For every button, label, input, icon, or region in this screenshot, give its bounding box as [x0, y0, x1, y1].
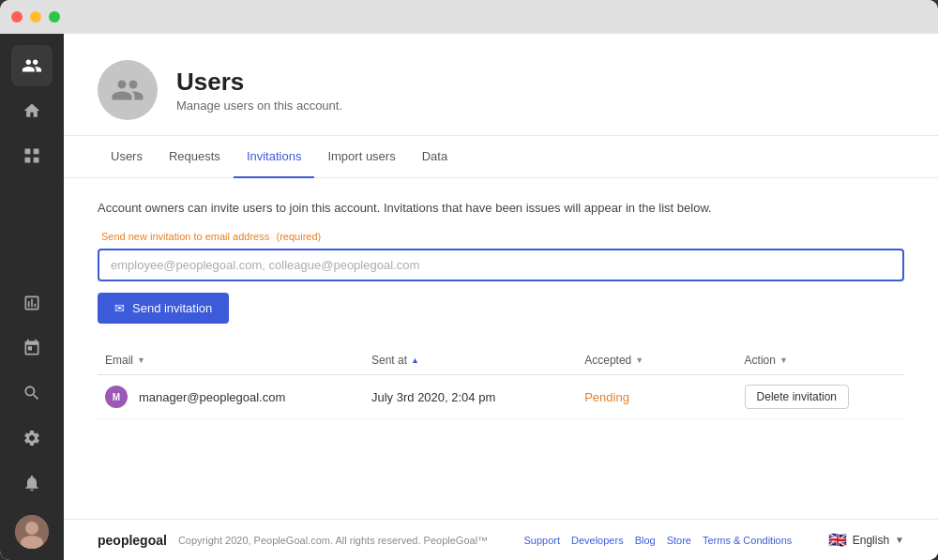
footer-link-terms[interactable]: Terms & Conditions [703, 535, 792, 546]
col-header-accepted[interactable]: Accepted ▼ [584, 354, 744, 367]
page-header: Users Manage users on this account. [64, 34, 938, 136]
footer-language[interactable]: 🇬🇧 English ▼ [828, 531, 904, 549]
sidebar-item-home[interactable] [11, 90, 53, 131]
footer-brand: peoplegoal [98, 533, 167, 548]
col-header-sent[interactable]: Sent at ▲ [371, 354, 584, 367]
col-header-email[interactable]: Email ▼ [98, 354, 371, 367]
footer: peoplegoal Copyright 2020, PeopleGoal.co… [64, 519, 938, 560]
action-sort-icon: ▼ [779, 356, 788, 365]
chevron-down-icon: ▼ [895, 535, 904, 545]
language-label: English [853, 534, 889, 547]
table-row: M manager@peoplegoal.com July 3rd 2020, … [98, 375, 904, 419]
tab-users[interactable]: Users [98, 136, 156, 178]
tab-invitations[interactable]: Invitations [234, 136, 315, 178]
row-avatar: M [105, 386, 128, 408]
tabs-container: Users Requests Invitations Import users … [64, 136, 938, 178]
envelope-icon: ✉ [114, 301, 125, 315]
content-area: Account owners can invite users to join … [64, 178, 938, 519]
sidebar-item-bell[interactable] [11, 462, 53, 504]
email-input[interactable] [98, 249, 904, 281]
row-email: manager@peoplegoal.com [139, 390, 285, 404]
app-window: Users Manage users on this account. User… [0, 0, 938, 560]
row-action-cell: Delete invitation [745, 385, 904, 409]
invitations-table: Email ▼ Sent at ▲ Accepted ▼ Action [98, 346, 904, 419]
tab-data[interactable]: Data [409, 136, 461, 178]
sidebar-item-chart[interactable] [11, 282, 53, 324]
sidebar-item-users[interactable] [11, 45, 53, 86]
accepted-sort-icon: ▼ [635, 356, 643, 365]
footer-link-store[interactable]: Store [667, 535, 691, 546]
status-badge: Pending [584, 390, 629, 404]
send-invitation-button[interactable]: ✉ Send invitation [98, 293, 229, 324]
row-sent-cell: July 3rd 2020, 2:04 pm [371, 390, 584, 404]
tab-import[interactable]: Import users [314, 136, 408, 178]
footer-link-support[interactable]: Support [523, 535, 560, 546]
sidebar-item-search[interactable] [11, 372, 53, 414]
table-header: Email ▼ Sent at ▲ Accepted ▼ Action [98, 346, 904, 375]
user-avatar[interactable] [15, 515, 49, 549]
sidebar [0, 34, 64, 560]
maximize-button[interactable] [49, 11, 60, 23]
sidebar-item-grid[interactable] [11, 135, 53, 176]
form-label: Send new invitation to email address (re… [98, 230, 904, 243]
close-button[interactable] [11, 11, 23, 23]
row-sent-at: July 3rd 2020, 2:04 pm [371, 390, 495, 404]
row-email-cell: M manager@peoplegoal.com [98, 386, 371, 408]
title-bar [0, 0, 938, 34]
page-icon [98, 60, 158, 120]
page-title: Users [176, 68, 342, 97]
row-accepted-cell: Pending [584, 390, 744, 404]
page-subtitle: Manage users on this account. [176, 98, 342, 113]
sidebar-item-calendar[interactable] [11, 327, 53, 369]
header-text: Users Manage users on this account. [176, 68, 342, 113]
footer-link-blog[interactable]: Blog [635, 535, 656, 546]
tab-requests[interactable]: Requests [156, 136, 234, 178]
flag-icon: 🇬🇧 [828, 531, 847, 549]
footer-links: Support Developers Blog Store Terms & Co… [523, 535, 792, 546]
delete-invitation-button[interactable]: Delete invitation [745, 385, 849, 409]
required-label: (required) [277, 231, 322, 242]
email-form: Send new invitation to email address (re… [98, 230, 904, 324]
info-text: Account owners can invite users to join … [98, 201, 904, 215]
sent-sort-icon: ▲ [411, 356, 419, 365]
app-body: Users Manage users on this account. User… [0, 34, 938, 560]
footer-copyright: Copyright 2020, PeopleGoal.com. All righ… [178, 535, 488, 546]
sidebar-item-settings[interactable] [11, 417, 53, 459]
svg-point-1 [25, 522, 38, 535]
footer-link-developers[interactable]: Developers [571, 535, 624, 546]
main-content: Users Manage users on this account. User… [64, 34, 938, 560]
email-sort-icon: ▼ [137, 356, 145, 365]
col-header-action[interactable]: Action ▼ [745, 354, 904, 367]
minimize-button[interactable] [30, 11, 41, 23]
